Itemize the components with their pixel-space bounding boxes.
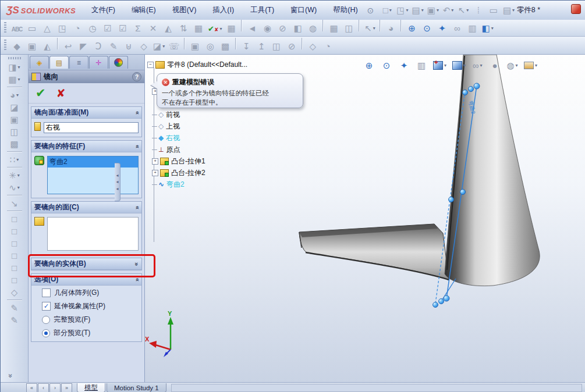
open-button[interactable]: ◳▾ [395,3,409,17]
display-style-button[interactable]: ▾ [451,59,467,72]
dropdown-arrow-icon[interactable]: ▾ [389,8,392,13]
collapse-icon[interactable]: » [133,111,140,114]
statistics-button[interactable]: ◷ [86,22,100,35]
mass-properties-button[interactable]: △ [40,22,54,35]
menu-item-insert[interactable]: 插入(I) [211,4,235,16]
rib-button[interactable]: Ↄ [91,40,105,53]
split-feature-button[interactable]: ◫ [8,126,22,138]
dropdown-arrow-icon[interactable]: ▾ [463,63,466,68]
tab-nav-first-button[interactable]: « [26,383,37,392]
delete-body-button[interactable]: ⊘ [285,40,299,53]
task-pane-icon[interactable] [571,4,581,14]
options-group-header[interactable]: 选项(O) » [31,274,141,286]
zoom-to-area-button[interactable]: ⊙ [380,59,393,72]
file-properties-button[interactable]: ▭ [487,3,501,17]
magnified-selection-button[interactable]: ✦ [435,22,449,35]
view-settings-button[interactable]: ▾ [523,59,538,72]
panel-splitter-handle[interactable]: ◂◂◂ [115,163,120,201]
pattern-wizard-button[interactable]: ▩ [8,138,22,150]
check-entity-button[interactable]: ☑ [101,22,115,35]
putter-head[interactable] [299,224,449,280]
view-left-button[interactable]: □ [8,237,22,250]
dropdown-arrow-icon[interactable]: ▾ [18,77,20,82]
edit-appearance-button[interactable]: ● [488,59,502,72]
toolbar-expand-icon[interactable]: » [6,374,15,378]
extruded-surface-button[interactable]: ▣ [25,40,39,53]
draft-button[interactable]: ✎ [107,40,120,53]
zoom-to-fit-button[interactable]: ⊕ [362,59,376,72]
dropdown-arrow-icon[interactable]: ▾ [17,185,20,190]
dropdown-arrow-icon[interactable]: ▾ [17,173,20,178]
view-top-button[interactable]: □ [8,262,22,274]
features-listbox[interactable]: 弯曲2 [47,156,139,194]
options-button[interactable]: ▤▾ [502,3,516,17]
dropdown-arrow-icon[interactable]: ▾ [219,26,222,31]
undo-button[interactable]: ↶▾ [441,3,455,17]
checkbox-unchecked[interactable] [42,288,51,297]
fillet-button[interactable]: ↩ [61,40,75,53]
drawing-preview-button[interactable]: ◧▾ [480,22,494,35]
chamfer-button[interactable]: ◤ [76,40,90,53]
section-properties-button[interactable]: ◳ [55,22,69,35]
zoom-in-out-button[interactable]: ⊕ [405,22,419,35]
apply-scene-button[interactable]: ◍▾ [505,59,519,72]
revolved-surface-button[interactable]: ◭ [40,40,54,53]
collapse-icon[interactable]: » [133,205,140,209]
dropdown-arrow-icon[interactable]: ▾ [437,8,439,13]
measure-button[interactable]: ▭ [25,22,39,35]
mirror-plane-input[interactable] [44,122,139,133]
expand-box-icon[interactable]: + [152,170,158,176]
menu-item-tools[interactable]: 工具(T) [249,4,275,16]
dropdown-arrow-icon[interactable]: ▾ [535,63,537,68]
menu-item-edit[interactable]: 编辑(E) [130,4,157,16]
features-group-header[interactable]: 要镜向的特征(F) » [31,141,141,152]
previous-view-button[interactable]: ✦ [397,59,411,72]
exploded-view-button[interactable]: ◫ [342,22,356,35]
view-back-button[interactable]: □ [8,225,22,237]
displaymanager-tab[interactable] [109,56,128,69]
radio-selected[interactable] [42,329,50,337]
feature-wizard-button[interactable]: ✳▾ [8,169,22,181]
select-arrow-button[interactable]: ↖▾ [363,22,377,35]
dropdown-arrow-icon[interactable]: ▾ [18,65,20,70]
combine-button[interactable]: ◫ [270,40,283,53]
radio-unselected[interactable] [42,316,50,324]
schematic-button[interactable]: ▦ [327,22,341,35]
help-button[interactable]: ? [132,72,141,81]
zoom-window-button[interactable]: ⊙ [420,22,434,35]
doc-tab-模型[interactable]: 模型 [77,383,105,392]
revolved-cut-button[interactable]: ▩ [218,40,232,53]
insert-part-button[interactable]: ↧ [239,40,253,53]
menu-item-help[interactable]: 帮助(H) [332,4,359,16]
menu-item-window[interactable]: 窗口(W) [289,4,318,16]
rebuild-button[interactable]: ⁞ [471,3,485,17]
search-pin-icon[interactable]: ⊙ [367,6,374,15]
faces-listbox[interactable] [47,217,139,251]
link-document-button[interactable]: ∞ [450,22,464,35]
move-copy-body-button[interactable]: ↥ [254,40,268,53]
save-button[interactable]: ▤▾ [411,3,425,17]
dropdown-arrow-icon[interactable]: ▾ [480,63,482,68]
shell-button[interactable]: ⊎ [122,40,136,53]
compare-documents-button[interactable]: ▦ [192,22,205,35]
mirror-plane-group-header[interactable]: 镜向面/基准面(M) » [31,107,141,119]
dropdown-arrow-icon[interactable]: ▾ [444,63,446,68]
verification-button[interactable]: ✔▾ [207,22,223,35]
hole-wizard-button[interactable]: ◎ [203,40,217,53]
solid-feature-button[interactable]: ▣ [8,113,22,126]
mirror-button[interactable]: ◨▾ [7,61,21,73]
equations-button[interactable]: Σ [131,22,145,35]
deviation-analysis-button[interactable]: ✕ [146,22,160,35]
dropdown-arrow-icon[interactable]: ▾ [516,63,518,68]
faces-group-header[interactable]: 要镜向的面(C) » [31,202,141,213]
extruded-cut-button[interactable]: ▣ [188,40,202,53]
dropdown-arrow-icon[interactable]: ▾ [16,92,19,98]
tab-nav-next-button[interactable]: › [49,383,61,392]
scene-sphere-button[interactable]: ◍ [306,22,320,35]
view-front-button[interactable]: □ [8,213,22,225]
deform-button[interactable]: ☏ [167,40,181,53]
collapse-box-icon[interactable]: − [147,62,154,68]
performance-evaluation-button[interactable]: ◔ [70,22,84,35]
3d-sketch-button[interactable]: ✎ [8,314,22,326]
toolbar-drag-handle[interactable] [4,40,6,51]
